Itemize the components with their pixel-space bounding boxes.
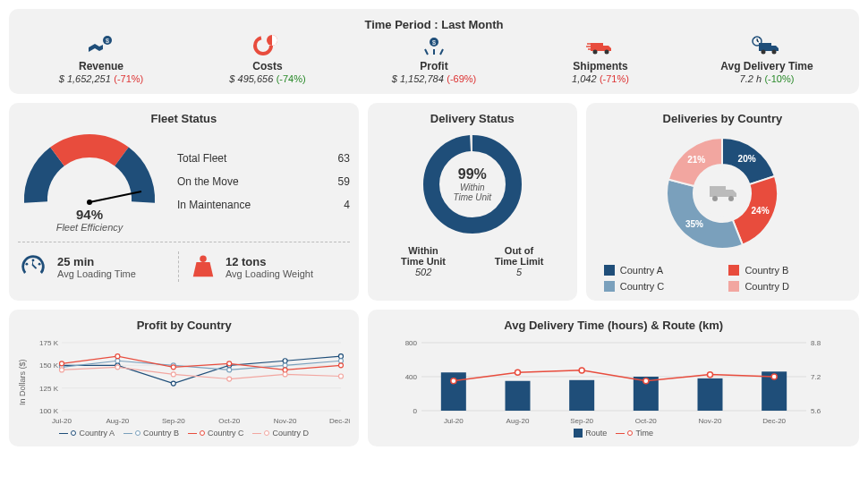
kpi-bar: Time Period : Last Month $ Revenue $ 1,6… (9, 9, 859, 94)
svg-point-63 (171, 372, 175, 377)
within-count: 502 (401, 267, 446, 277)
profit-icon: $ (351, 35, 517, 56)
revenue-icon: $ (18, 35, 184, 56)
within-label: Within Time Unit (401, 245, 446, 267)
legend-swatch (604, 265, 615, 276)
svg-text:400: 400 (404, 373, 417, 381)
fleet-stat-label: In Maintenance (177, 199, 251, 211)
pie-chart: 20%24%35%21% (660, 131, 785, 256)
profit-y-label: In Dollars ($) (18, 337, 27, 427)
kpi-label: Costs (184, 60, 351, 72)
loading-weight-label: Avg Loading Weight (226, 268, 313, 279)
svg-text:Aug-20: Aug-20 (106, 417, 129, 425)
svg-point-88 (451, 378, 456, 384)
avg-delivery-icon (684, 35, 850, 56)
kpi-avg-delivery: Avg Delivery Time 7.2 h (-10%) (684, 35, 850, 85)
svg-point-14 (87, 200, 92, 205)
gauge-icon (18, 131, 161, 208)
profit-by-country-card: Profit by Country In Dollars ($) 100 K12… (9, 310, 359, 446)
deliveries-by-country-card: Deliveries by Country 20%24%35%21% Count… (586, 103, 859, 301)
fleet-stat-row: Total Fleet63 (177, 147, 350, 170)
shipments-icon (517, 35, 684, 56)
profit-legend: Country ACountry BCountry CCountry D (18, 429, 350, 438)
legend-label: Route (585, 429, 607, 438)
svg-point-60 (338, 363, 343, 368)
loading-time-label: Avg Loading Time (57, 268, 136, 279)
fleet-stat-label: On the Move (177, 175, 239, 188)
profit-legend-item: Country C (188, 429, 244, 438)
legend-label: Country D (745, 281, 789, 292)
fleet-stats: Total Fleet63On the Move59In Maintenance… (177, 147, 350, 217)
legend-label: Country D (272, 429, 309, 438)
kpi-profit: $ Profit $ 1,152,784 (-69%) (351, 35, 517, 85)
fleet-stat-label: Total Fleet (177, 152, 226, 165)
svg-point-18 (200, 256, 207, 263)
svg-text:800: 800 (404, 339, 417, 347)
pie-legend: Country ACountry BCountry CCountry D (595, 265, 850, 292)
pie-legend-item: Country C (604, 281, 717, 292)
svg-text:175 K: 175 K (39, 339, 59, 347)
legend-label: Time (635, 429, 653, 438)
svg-rect-6 (591, 43, 603, 51)
fleet-stat-value: 4 (344, 199, 350, 211)
fleet-stat-row: In Maintenance4 (177, 193, 350, 217)
gauge: 94% Fleet Efficiency (18, 131, 161, 233)
route-title: Avg Delivery Time (hours) & Route (km) (377, 319, 850, 332)
svg-point-62 (115, 365, 120, 370)
svg-text:Jul-20: Jul-20 (52, 417, 72, 425)
kpi-delta: (-74%) (277, 73, 306, 84)
time-period-label: Time Period : Last Month (18, 18, 850, 31)
svg-text:Sep-20: Sep-20 (570, 417, 593, 425)
legend-label: Country B (143, 429, 179, 438)
svg-point-90 (579, 368, 584, 373)
svg-point-7 (593, 50, 598, 55)
kpi-label: Profit (351, 60, 517, 72)
weight-icon (190, 251, 217, 282)
svg-point-91 (643, 378, 649, 384)
svg-point-11 (772, 50, 777, 55)
route-legend-item: Time (616, 429, 653, 438)
out-count: 5 (495, 267, 544, 277)
kpi-delta: (-69%) (447, 73, 476, 84)
svg-point-52 (226, 368, 231, 372)
route-legend: RouteTime (377, 429, 850, 438)
svg-text:20%: 20% (738, 154, 756, 164)
route-legend-item: Route (574, 429, 607, 438)
kpi-value: $ 1,152,784 (392, 73, 444, 84)
svg-point-61 (59, 368, 64, 372)
profit-legend-item: Country B (123, 429, 179, 438)
svg-point-50 (115, 359, 120, 363)
svg-point-65 (283, 372, 287, 377)
svg-point-53 (283, 363, 287, 368)
pie-legend-item: Country B (728, 265, 841, 276)
kpi-value: 7.2 h (740, 73, 762, 84)
svg-text:$: $ (432, 39, 436, 46)
svg-text:Sep-20: Sep-20 (162, 417, 185, 425)
kpi-label: Shipments (517, 60, 684, 72)
fleet-title: Fleet Status (18, 112, 350, 125)
profit-legend-item: Country D (252, 429, 309, 438)
kpi-revenue: $ Revenue $ 1,652,251 (-71%) (18, 35, 184, 85)
svg-text:$: $ (106, 38, 109, 44)
svg-point-55 (59, 361, 64, 366)
svg-point-48 (338, 354, 343, 359)
kpi-row: $ Revenue $ 1,652,251 (-71%) Costs $ 495… (18, 35, 850, 85)
svg-text:24%: 24% (752, 206, 770, 216)
kpi-label: Revenue (18, 60, 184, 72)
kpi-delta: (-71%) (600, 73, 629, 84)
kpi-value: $ 1,652,251 (59, 73, 111, 84)
gauge-label: Fleet Efficiency (18, 222, 161, 233)
fleet-stat-value: 63 (337, 152, 349, 165)
loading-weight: 12 tons (226, 255, 313, 268)
svg-point-59 (283, 368, 287, 372)
svg-rect-86 (697, 378, 722, 411)
svg-text:35%: 35% (685, 219, 703, 229)
fleet-stat-value: 59 (337, 175, 349, 188)
route-combo-chart: 04008005.67.28.8Jul-20Aug-20Sep-20Oct-20… (390, 337, 838, 427)
svg-point-92 (707, 372, 712, 378)
svg-point-45 (171, 381, 175, 386)
svg-point-8 (605, 50, 609, 55)
svg-text:21%: 21% (688, 155, 706, 165)
svg-point-57 (171, 365, 175, 370)
svg-text:Oct-20: Oct-20 (218, 417, 241, 425)
